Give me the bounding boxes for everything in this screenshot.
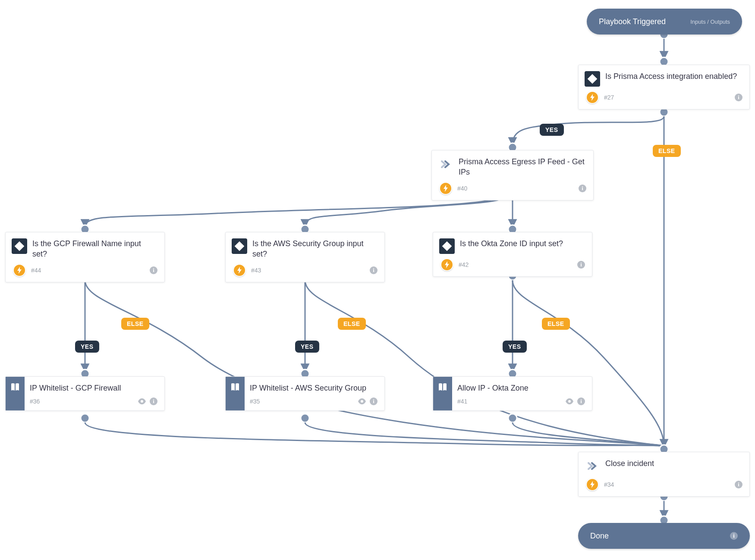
task-title: Allow IP - Okta Zone — [457, 383, 584, 393]
lightning-icon — [586, 91, 599, 104]
eye-icon[interactable] — [565, 398, 574, 404]
info-icon[interactable]: i — [577, 397, 585, 405]
eye-icon[interactable] — [358, 398, 366, 404]
task-title: Is the AWS Security Group input set? — [252, 238, 377, 260]
lightning-icon — [13, 264, 26, 277]
trigger-io-label[interactable]: Inputs / Outputs — [690, 19, 730, 25]
info-icon[interactable]: i — [577, 261, 585, 269]
task-number: #42 — [453, 261, 577, 268]
edge-label-else: ELSE — [653, 145, 681, 157]
task-number: #35 — [250, 398, 358, 405]
edge-label-yes: YES — [503, 341, 527, 353]
task-allow-ip-okta[interactable]: Allow IP - Okta Zone #41 i — [433, 376, 592, 411]
playbook-icon — [433, 377, 452, 410]
task-number: #44 — [26, 267, 150, 274]
task-aws-sg-check[interactable]: Is the AWS Security Group input set? #43… — [225, 232, 385, 282]
edge-label-yes: YES — [75, 341, 99, 353]
done-label: Done — [590, 532, 609, 541]
chevron-icon — [585, 458, 600, 474]
task-title: Close incident — [605, 458, 742, 469]
svg-point-14 — [81, 414, 89, 422]
task-number: #40 — [452, 185, 579, 192]
condition-icon — [12, 238, 27, 254]
info-icon[interactable]: i — [579, 185, 586, 192]
svg-point-22 — [568, 400, 571, 403]
condition-icon — [232, 238, 247, 254]
edge-label-yes: YES — [540, 124, 564, 136]
info-icon[interactable]: i — [150, 397, 157, 405]
edge-label-else: ELSE — [121, 318, 149, 330]
edge-label-else: ELSE — [542, 318, 570, 330]
task-okta-zone-check[interactable]: Is the Okta Zone ID input set? #42 i — [433, 232, 592, 277]
task-gcp-firewall-check[interactable]: Is the GCP Firewall Name input set? #44 … — [5, 232, 165, 282]
task-title: IP Whitelist - AWS Security Group — [250, 383, 377, 393]
task-number: #41 — [457, 398, 565, 405]
condition-icon — [439, 238, 455, 254]
task-number: #27 — [599, 94, 735, 101]
lightning-icon — [440, 258, 453, 271]
svg-point-15 — [301, 414, 309, 422]
playbook-icon — [226, 377, 245, 410]
chevron-icon — [438, 156, 453, 172]
info-icon[interactable]: i — [730, 532, 738, 540]
task-is-prisma-enabled[interactable]: Is Prisma Access integration enabled? #2… — [578, 65, 750, 109]
task-number: #34 — [599, 481, 735, 488]
task-title: Prisma Access Egress IP Feed - Get IPs — [459, 156, 585, 178]
info-icon[interactable]: i — [735, 94, 742, 101]
condition-icon — [585, 71, 600, 87]
task-title: Is the Okta Zone ID input set? — [460, 238, 584, 249]
edge-label-else: ELSE — [338, 318, 366, 330]
info-icon[interactable]: i — [370, 397, 378, 405]
task-ip-whitelist-aws[interactable]: IP Whitelist - AWS Security Group #35 i — [225, 376, 385, 411]
task-title: Is Prisma Access integration enabled? — [605, 71, 742, 81]
task-get-ips[interactable]: Prisma Access Egress IP Feed - Get IPs #… — [431, 150, 594, 200]
playbook-done[interactable]: Done i — [578, 523, 750, 549]
edge-label-yes: YES — [295, 341, 319, 353]
task-close-incident[interactable]: Close incident #34 i — [578, 452, 750, 497]
eye-icon[interactable] — [138, 398, 146, 404]
task-title: Is the GCP Firewall Name input set? — [32, 238, 157, 260]
info-icon[interactable]: i — [150, 266, 157, 274]
playbook-trigger[interactable]: Playbook Triggered Inputs / Outputs — [587, 9, 742, 34]
task-number: #36 — [30, 398, 138, 405]
svg-point-21 — [361, 400, 363, 403]
svg-point-16 — [508, 414, 517, 422]
playbook-icon — [6, 377, 25, 410]
task-ip-whitelist-gcp[interactable]: IP Whitelist - GCP Firewall #36 i — [5, 376, 165, 411]
info-icon[interactable]: i — [735, 481, 742, 488]
task-title: IP Whitelist - GCP Firewall — [30, 383, 157, 393]
svg-point-20 — [141, 400, 143, 403]
lightning-icon — [439, 182, 452, 195]
lightning-icon — [586, 478, 599, 491]
lightning-icon — [233, 264, 246, 277]
info-icon[interactable]: i — [370, 266, 378, 274]
trigger-title: Playbook Triggered — [599, 17, 666, 26]
task-number: #43 — [246, 267, 370, 274]
